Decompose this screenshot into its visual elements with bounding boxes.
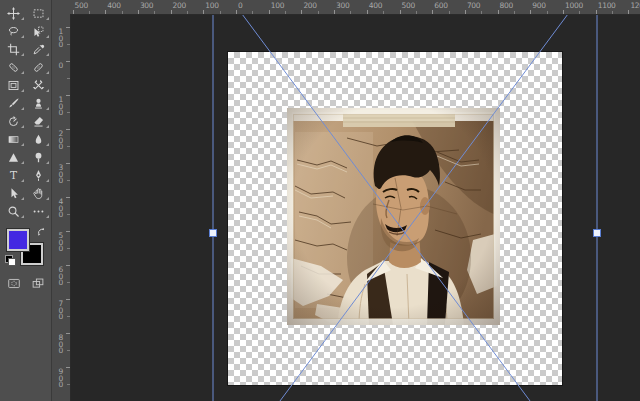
move-tool[interactable] [1,4,26,22]
ruler-label: 1000 [565,1,583,10]
swap-colors-icon[interactable] [36,227,46,237]
ruler-tick [334,10,335,14]
foreground-color-swatch[interactable] [7,229,29,251]
ruler-tick [449,11,450,14]
dodge-icon [32,151,45,164]
tool-panel [0,0,52,401]
clone-stamp-tool[interactable] [26,94,51,112]
ruler-label: 500 [52,233,70,253]
ruler-label: 500 [75,1,88,10]
frame-tool[interactable] [1,76,26,94]
ruler-tick [301,10,302,14]
ruler-label: 400 [107,1,120,10]
eraser-tool[interactable] [26,112,51,130]
type-tool[interactable] [1,166,26,184]
quick-selection-tool[interactable] [26,22,51,40]
ruler-label: 0 [238,1,242,10]
ruler-tick [67,78,70,79]
eraser-icon [32,115,45,128]
screen-mode-button[interactable] [30,277,45,290]
eyedropper-tool[interactable] [26,40,51,58]
hand-icon [32,187,45,200]
eyedropper-icon [32,43,45,56]
pen-tool[interactable] [26,166,51,184]
shape-tool[interactable] [1,148,26,166]
ruler-tick [66,61,70,62]
ruler-horizontal[interactable]: 5004003002001000100200300400500600700800… [52,0,640,15]
ruler-label: 800 [500,1,513,10]
diagonal-guide[interactable] [213,14,597,401]
cross-arrows-icon [32,79,45,92]
ruler-label: 400 [52,199,70,219]
dodge-tool[interactable] [26,148,51,166]
ruler-tick [203,10,204,14]
ruler-label: 600 [52,267,70,287]
ruler-tick [66,231,70,232]
ruler-tick [138,10,139,14]
ruler-tick [579,11,580,14]
ruler-label: 600 [434,1,447,10]
ruler-tick [628,10,629,14]
move-icon [7,7,20,20]
blur-tool[interactable] [26,130,51,148]
spot-healing-tool[interactable] [1,58,26,76]
ruler-tick [66,95,70,96]
ruler-tick [89,11,90,14]
default-colors-icon[interactable] [5,255,16,266]
ruler-tick [66,367,70,368]
marquee-tool[interactable] [26,4,51,22]
pen-icon [32,169,45,182]
path-select-tool[interactable] [1,184,26,202]
lasso-tool[interactable] [1,22,26,40]
crop-tool[interactable] [1,40,26,58]
ruler-tick [563,10,564,14]
ruler-tick [465,10,466,14]
transform-handle[interactable] [594,230,601,237]
ruler-label: 700 [467,1,480,10]
ruler-label: 200 [173,1,186,10]
transform-handle[interactable] [210,230,217,237]
hand-tool[interactable] [26,184,51,202]
arrow-cursor-icon [7,187,20,200]
brush-tool[interactable] [1,94,26,112]
ruler-label: 1100 [598,1,616,10]
tool-grid [1,4,51,220]
ruler-tick [236,10,237,14]
ruler-label: 400 [369,1,382,10]
toolbar-bottom-buttons [6,277,45,290]
ruler-label: 900 [52,369,70,389]
ruler-label: 900 [532,1,545,10]
ruler-tick [350,11,351,14]
ruler-tick [514,11,515,14]
bandage-alt-icon [32,61,45,74]
image-editor-window: { "app": {"type": "image-editor-workspac… [0,0,640,401]
content-aware-move-tool[interactable] [26,76,51,94]
color-swatches [5,227,47,267]
crop-icon [7,43,20,56]
healing-brush-tool[interactable] [26,58,51,76]
ruler-tick [66,27,70,28]
diagonal-guide[interactable] [213,14,597,401]
zoom-tool[interactable] [1,202,26,220]
screen-mode-icon [31,277,45,290]
gradient-tool[interactable] [1,130,26,148]
frame-icon [7,79,20,92]
document-viewport[interactable] [70,14,640,401]
ruler-tick [498,10,499,14]
ruler-tick [154,11,155,14]
quick-mask-button[interactable] [6,277,21,290]
ruler-tick [122,11,123,14]
more-tool[interactable] [26,202,51,220]
brush-icon [7,97,20,110]
ruler-label: 100 [52,97,70,117]
ruler-tick [105,10,106,14]
ruler-tick [66,333,70,334]
ruler-tick [66,163,70,164]
ruler-vertical[interactable]: 10001002003004005006007008009001000 [52,14,71,401]
history-brush-tool[interactable] [1,112,26,130]
ruler-tick [596,10,597,14]
ruler-tick [432,10,433,14]
ruler-tick [220,11,221,14]
ruler-tick [318,11,319,14]
ruler-tick [171,10,172,14]
